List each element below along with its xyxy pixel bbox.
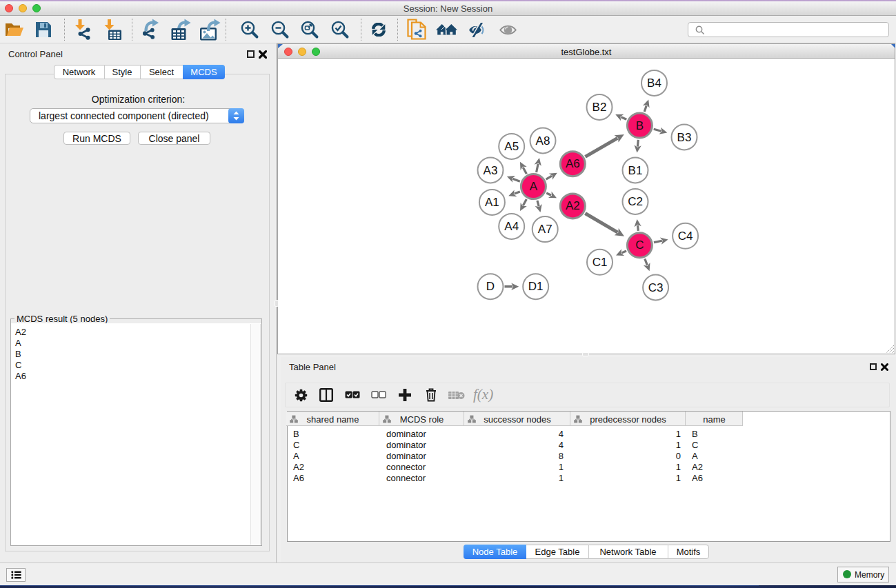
svg-text:B4: B4: [647, 77, 661, 90]
svg-text:C: C: [635, 239, 644, 252]
svg-text:B1: B1: [628, 164, 643, 177]
svg-text:A7: A7: [538, 223, 552, 236]
svg-text:B2: B2: [593, 101, 607, 114]
svg-text:D: D: [486, 280, 495, 293]
svg-text:A8: A8: [536, 134, 550, 148]
svg-text:A2: A2: [566, 199, 580, 212]
svg-text:A5: A5: [504, 140, 519, 153]
svg-text:A: A: [530, 180, 538, 193]
svg-text:C1: C1: [593, 256, 608, 269]
svg-text:B3: B3: [677, 131, 692, 144]
svg-text:A4: A4: [504, 220, 519, 233]
svg-text:C2: C2: [628, 195, 643, 208]
svg-text:C3: C3: [648, 281, 664, 294]
svg-text:A6: A6: [566, 157, 580, 170]
svg-text:A3: A3: [484, 164, 498, 177]
svg-text:A1: A1: [485, 196, 499, 209]
svg-text:D1: D1: [528, 280, 544, 293]
svg-text:B: B: [636, 119, 644, 132]
svg-text:C4: C4: [678, 230, 693, 243]
